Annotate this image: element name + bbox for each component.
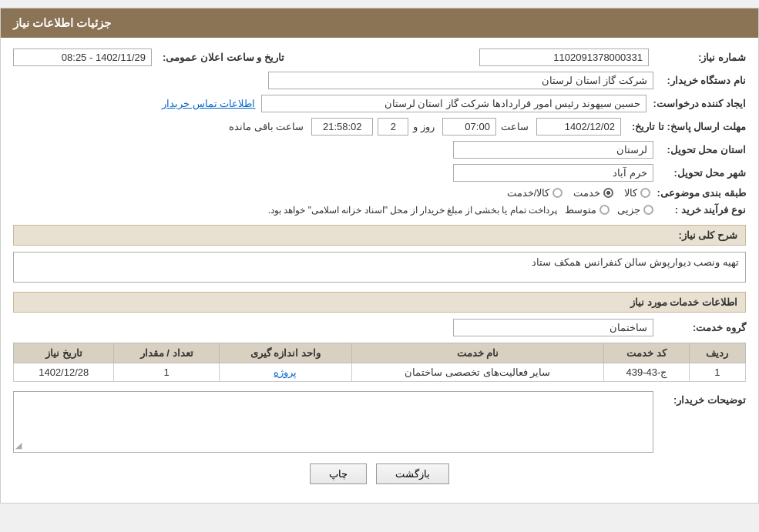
shomareNiaz-value: 1102091378000331 xyxy=(479,49,649,66)
col-radif: ردیف xyxy=(689,343,745,363)
col-vahed: واحد اندازه گیری xyxy=(219,343,351,363)
radio-jozii-circle xyxy=(643,205,653,215)
buyer-desc-label: توضیحات خریدار: xyxy=(653,391,746,406)
page-header: جزئیات اطلاعات نیاز xyxy=(1,8,758,38)
print-button[interactable]: چاپ xyxy=(310,463,367,484)
radio-kala-circle xyxy=(640,188,650,198)
radio-khadamat[interactable]: خدمت xyxy=(573,187,613,199)
day-value: 2 xyxy=(378,118,408,136)
ijadKonande-label: ایجاد کننده درخواست: xyxy=(646,98,746,109)
date-value: 1402/12/02 xyxy=(536,118,621,136)
gorohe-khadamat-label: گروه خدمت: xyxy=(653,322,746,333)
table-cell: 1 xyxy=(689,363,745,382)
page-title: جزئیات اطلاعات نیاز xyxy=(13,16,111,29)
buyer-desc-box: ◢ xyxy=(13,391,653,453)
khadamat-section-title: اطلاعات خدمات مورد نیاز xyxy=(13,292,746,313)
table-cell: سایر فعالیت‌های تخصصی ساختمان xyxy=(351,363,603,382)
shahr-value: خرم آباد xyxy=(453,164,653,182)
resize-icon: ◢ xyxy=(15,440,22,450)
table-cell[interactable]: پروژه xyxy=(219,363,351,382)
sharh-section-title: شرح کلی نیاز: xyxy=(13,225,746,246)
table-cell: 1402/12/28 xyxy=(14,363,114,382)
process-note: پرداخت تمام یا بخشی از مبلغ خریدار از مح… xyxy=(268,205,557,216)
radio-motavasset[interactable]: متوسط xyxy=(565,204,610,216)
table-cell: ج-43-439 xyxy=(603,363,689,382)
ostan-label: استان محل تحویل: xyxy=(653,144,746,156)
services-table-section: ردیف کد خدمت نام خدمت واحد اندازه گیری ت… xyxy=(13,343,746,382)
shomareNiaz-label: شماره نیاز: xyxy=(653,52,746,63)
remaining-value: 21:58:02 xyxy=(311,118,373,136)
remaining-label: ساعت باقی مانده xyxy=(229,121,304,132)
col-name: نام خدمت xyxy=(351,343,603,363)
roz-label: روز و xyxy=(413,121,435,132)
tarikh-elam-label: تاریخ و ساعت اعلان عمومی: xyxy=(156,52,284,63)
radio-jozii-label: جزیی xyxy=(617,204,640,216)
radio-kala-khadamat[interactable]: کالا/خدمت xyxy=(507,187,563,199)
buyer-desc-row: توضیحات خریدار: ◢ xyxy=(13,391,746,453)
time-value: 07:00 xyxy=(442,118,496,136)
radio-kala-khadamat-label: کالا/خدمت xyxy=(507,187,550,199)
shahr-label: شهر محل تحویل: xyxy=(653,167,746,179)
radio-motavasset-circle xyxy=(599,205,610,215)
buttons-row: بازگشت چاپ xyxy=(13,463,746,484)
namDastgah-label: نام دستگاه خریدار: xyxy=(653,75,746,86)
tabaqe-radio-group: کالا خدمت کالا/خدمت xyxy=(507,187,651,199)
noeFarayand-label: نوع فرآیند خرید : xyxy=(653,204,746,216)
col-tarikh: تاریخ نیاز xyxy=(14,343,114,363)
col-tedad: تعداد / مقدار xyxy=(114,343,219,363)
ostan-value: لرستان xyxy=(453,141,653,159)
radio-kala-label: کالا xyxy=(624,187,637,199)
tarikh-elam-value: 1402/11/29 - 08:25 xyxy=(13,49,152,66)
table-cell: 1 xyxy=(114,363,219,382)
contact-info-link[interactable]: اطلاعات تماس خریدار xyxy=(162,98,255,109)
col-kod: کد خدمت xyxy=(603,343,689,363)
back-button[interactable]: بازگشت xyxy=(376,463,449,484)
table-row: 1ج-43-439سایر فعالیت‌های تخصصی ساختمانپر… xyxy=(14,363,746,382)
sharh-value: تهیه ونصب دیوارپوش سالن کنفرانس همکف ستا… xyxy=(13,252,746,283)
gorohe-khadamat-value: ساختمان xyxy=(453,319,653,336)
mohlatErsal-label: مهلت ارسال پاسخ: تا تاریخ: xyxy=(626,121,746,132)
radio-kala-khadamat-circle xyxy=(552,188,563,198)
time-label: ساعت xyxy=(501,121,529,132)
radio-khadamat-circle xyxy=(603,188,613,198)
radio-motavasset-label: متوسط xyxy=(565,204,596,216)
namDastgah-value: شرکت گاز استان لرستان xyxy=(268,72,653,89)
tabaqe-label: طبقه بندی موضوعی: xyxy=(650,187,746,199)
radio-jozii[interactable]: جزیی xyxy=(617,204,653,216)
services-table: ردیف کد خدمت نام خدمت واحد اندازه گیری ت… xyxy=(13,343,746,382)
radio-khadamat-label: خدمت xyxy=(573,187,600,199)
ijadKonande-value: حسین سیهوند رئیس امور قراردادها شرکت گاز… xyxy=(261,95,646,112)
radio-kala[interactable]: کالا xyxy=(624,187,650,199)
